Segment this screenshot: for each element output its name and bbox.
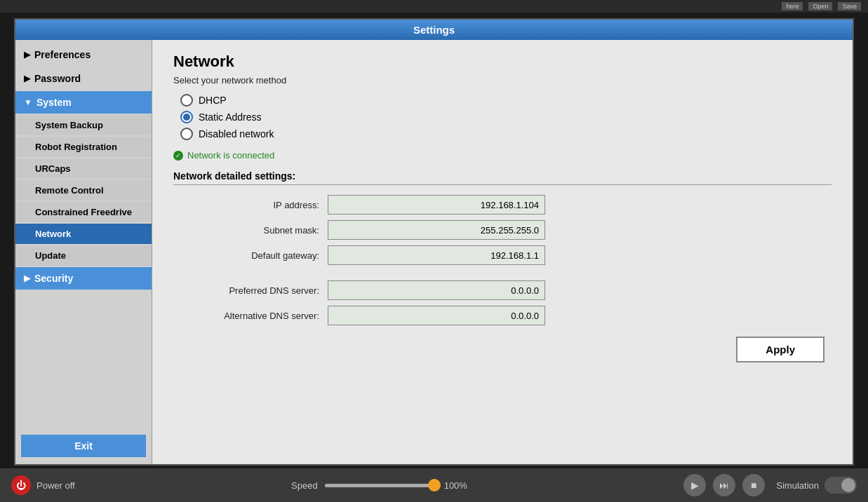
sidebar-item-security[interactable]: ▶ Security xyxy=(15,267,152,290)
preferred-dns-input[interactable] xyxy=(328,280,545,300)
content-area: Network Select your network method DHCP … xyxy=(152,40,853,464)
open-btn[interactable]: Open xyxy=(808,2,832,11)
sidebar-spacer xyxy=(15,291,152,430)
chevron-right-icon-security: ▶ xyxy=(24,273,30,283)
simulation-toggle[interactable] xyxy=(824,477,857,494)
sidebar-item-password[interactable]: ▶ Password xyxy=(15,67,152,90)
sidebar-item-update-label: Update xyxy=(35,250,66,261)
window-title: Settings xyxy=(15,20,853,40)
sidebar-item-urcaps[interactable]: URCaps xyxy=(15,158,152,179)
sidebar-item-robot-registration-label: Robot Registration xyxy=(35,142,117,152)
speed-slider-fill xyxy=(325,484,437,487)
radio-dhcp[interactable]: DHCP xyxy=(180,94,832,107)
subnet-mask-input[interactable] xyxy=(328,220,545,240)
exit-button[interactable]: Exit xyxy=(21,435,146,457)
ip-address-input[interactable] xyxy=(328,195,545,215)
chevron-right-icon: ▶ xyxy=(24,50,30,60)
sidebar-item-constrained-freedrive-label: Constrained Freedrive xyxy=(35,207,132,217)
toggle-thumb xyxy=(841,478,855,492)
sidebar-item-system-backup[interactable]: System Backup xyxy=(15,115,152,135)
step-forward-button[interactable]: ⏭ xyxy=(713,474,735,496)
speed-section: Speed 100% xyxy=(86,480,673,491)
ip-address-label: IP address: xyxy=(201,200,328,210)
alternative-dns-row: Alternative DNS server: xyxy=(201,306,832,325)
sidebar-item-system-backup-label: System Backup xyxy=(35,120,103,130)
subnet-mask-row: Subnet mask: xyxy=(201,220,832,240)
sidebar-item-robot-registration[interactable]: Robot Registration xyxy=(15,137,152,157)
connected-status-text: Network is connected xyxy=(187,150,274,161)
simulation-label: Simulation xyxy=(776,480,819,491)
power-off-button[interactable]: ⏻ Power off xyxy=(11,475,75,495)
top-bar: here Open Save xyxy=(0,0,868,13)
radio-disabled-label: Disabled network xyxy=(199,128,274,140)
sidebar-item-remote-control-label: Remote Control xyxy=(35,185,104,196)
radio-disabled[interactable]: Disabled network xyxy=(180,128,832,140)
radio-circle-static xyxy=(180,111,193,123)
field-spacer xyxy=(173,271,832,280)
default-gateway-label: Default gateway: xyxy=(201,250,328,261)
simulation-section: Simulation xyxy=(776,477,857,494)
power-icon: ⏻ xyxy=(11,475,31,495)
connected-status: ✓ Network is connected xyxy=(173,150,832,161)
sidebar-item-urcaps-label: URCaps xyxy=(35,163,71,174)
alternative-dns-input[interactable] xyxy=(328,306,545,325)
sidebar-item-security-label: Security xyxy=(34,273,73,284)
default-gateway-input[interactable] xyxy=(328,245,545,265)
sidebar-item-preferences[interactable]: ▶ Preferences xyxy=(15,43,152,66)
sidebar-item-preferences-label: Preferences xyxy=(34,49,91,60)
sidebar-item-system-label: System xyxy=(36,97,72,108)
network-settings-title: Network detailed settings: xyxy=(173,170,832,185)
radio-circle-dhcp xyxy=(180,94,193,107)
speed-slider-track xyxy=(325,484,437,487)
radio-dhcp-label: DHCP xyxy=(199,95,227,106)
sidebar: ▶ Preferences ▶ Password ▼ System System… xyxy=(15,40,152,464)
sidebar-item-network-label: Network xyxy=(35,229,71,239)
network-method-subtitle: Select your network method xyxy=(173,75,832,86)
sidebar-item-password-label: Password xyxy=(34,73,81,84)
play-button[interactable]: ▶ xyxy=(683,474,706,496)
sidebar-item-network[interactable]: Network xyxy=(15,224,152,244)
chevron-right-icon-password: ▶ xyxy=(24,74,30,83)
here-btn[interactable]: here xyxy=(782,2,803,11)
speed-label: Speed xyxy=(291,480,318,491)
sidebar-item-system[interactable]: ▼ System xyxy=(15,91,152,114)
apply-button[interactable]: Apply xyxy=(736,337,824,362)
connected-dot-icon: ✓ xyxy=(173,151,183,161)
apply-row: Apply xyxy=(173,337,824,362)
subnet-mask-label: Subnet mask: xyxy=(201,225,328,236)
window-body: ▶ Preferences ▶ Password ▼ System System… xyxy=(15,40,853,464)
radio-group-network: DHCP Static Address Disabled network xyxy=(180,94,832,140)
main-window: Settings ▶ Preferences ▶ Password ▼ Syst… xyxy=(14,18,854,466)
sidebar-item-update[interactable]: Update xyxy=(15,245,152,266)
stop-button[interactable]: ■ xyxy=(742,474,765,496)
preferred-dns-label: Preferred DNS server: xyxy=(201,285,328,296)
taskbar: ⏻ Power off Speed 100% ▶ ⏭ ■ Simulation xyxy=(0,468,868,502)
page-title: Network xyxy=(173,53,832,71)
sidebar-item-constrained-freedrive[interactable]: Constrained Freedrive xyxy=(15,202,152,222)
playback-buttons: ▶ ⏭ ■ xyxy=(683,474,765,496)
alternative-dns-label: Alternative DNS server: xyxy=(201,311,328,321)
radio-static[interactable]: Static Address xyxy=(180,111,832,123)
speed-percentage: 100% xyxy=(444,480,467,491)
default-gateway-row: Default gateway: xyxy=(201,245,832,265)
sidebar-item-remote-control[interactable]: Remote Control xyxy=(15,180,152,201)
save-btn[interactable]: Save xyxy=(838,2,861,11)
preferred-dns-row: Preferred DNS server: xyxy=(201,280,832,300)
ip-address-row: IP address: xyxy=(201,195,832,215)
radio-circle-disabled xyxy=(180,128,193,140)
chevron-down-icon-system: ▼ xyxy=(24,97,32,107)
radio-static-label: Static Address xyxy=(199,111,262,123)
power-off-label: Power off xyxy=(36,480,75,491)
speed-slider-thumb[interactable] xyxy=(428,479,441,491)
